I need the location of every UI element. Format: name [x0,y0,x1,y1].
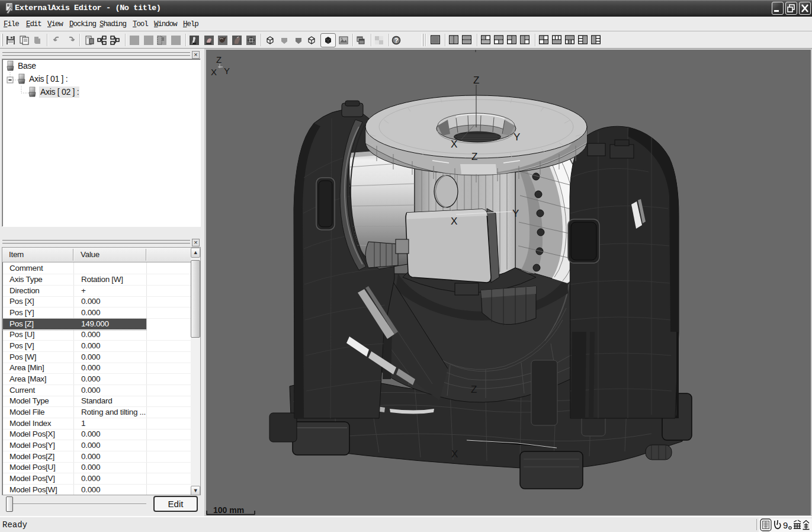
svg-text:Base: Base [18,61,36,70]
svg-text:X: X [451,139,457,150]
svg-text:Z: Z [473,75,479,86]
svg-text:Axis [ 02 ] :: Axis [ 02 ] : [40,87,79,97]
svg-text:Z: Z [471,384,477,395]
svg-text:9: 9 [783,520,788,530]
svg-text:Axis [ 01 ] :: Axis [ 01 ] : [29,74,68,84]
svg-text:100 mm: 100 mm [213,505,244,515]
svg-text:Y: Y [512,208,519,219]
svg-text:X: X [451,216,457,227]
svg-text:Y: Y [224,66,230,76]
svg-text:Z: Z [216,55,222,65]
svg-text:X: X [211,67,217,77]
svg-text:?: ? [394,37,399,44]
svg-text:Y: Y [513,132,520,143]
svg-text:Z: Z [471,151,477,162]
svg-text:X: X [451,448,458,460]
